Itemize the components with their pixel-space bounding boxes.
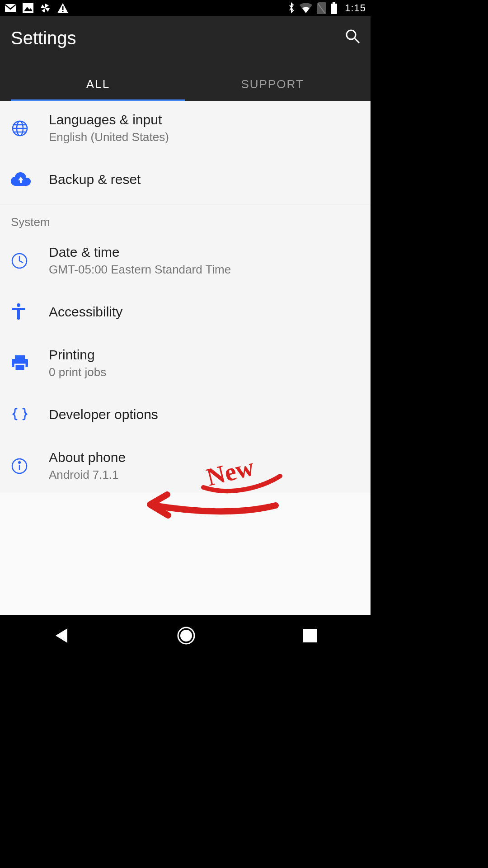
battery-icon bbox=[330, 2, 338, 14]
tab-all[interactable]: ALL bbox=[11, 69, 185, 101]
row-label: Backup & reset bbox=[49, 172, 141, 187]
row-label: Languages & input bbox=[49, 112, 169, 127]
row-sub: English (United States) bbox=[49, 130, 169, 144]
row-about-phone[interactable]: About phone Android 7.1.1 bbox=[0, 439, 371, 493]
svg-line-10 bbox=[355, 38, 359, 43]
recents-button[interactable] bbox=[303, 629, 317, 644]
gmail-icon bbox=[5, 4, 16, 13]
svg-rect-21 bbox=[17, 308, 20, 320]
square-icon bbox=[303, 629, 317, 642]
svg-line-18 bbox=[19, 261, 23, 263]
svg-point-26 bbox=[19, 462, 20, 463]
row-label: Developer options bbox=[49, 407, 158, 422]
status-left bbox=[5, 3, 69, 14]
settings-list[interactable]: Languages & input English (United States… bbox=[0, 101, 371, 493]
toolbar: Settings ALL SUPPORT bbox=[0, 16, 371, 101]
warning-icon bbox=[57, 3, 69, 14]
back-button[interactable] bbox=[54, 627, 69, 646]
svg-rect-22 bbox=[15, 355, 25, 359]
row-label: About phone bbox=[49, 450, 126, 465]
svg-rect-4 bbox=[62, 6, 64, 10]
row-languages-input[interactable]: Languages & input English (United States… bbox=[0, 101, 371, 155]
info-icon bbox=[11, 458, 49, 475]
row-backup-reset[interactable]: Backup & reset bbox=[0, 155, 371, 204]
accessibility-icon bbox=[11, 303, 49, 321]
globe-icon bbox=[11, 119, 49, 137]
svg-rect-5 bbox=[62, 11, 64, 12]
row-accessibility[interactable]: Accessibility bbox=[0, 288, 371, 336]
svg-rect-24 bbox=[15, 364, 25, 371]
wifi-icon bbox=[300, 3, 312, 13]
row-sub: Android 7.1.1 bbox=[49, 468, 126, 482]
printer-icon bbox=[11, 355, 49, 372]
section-system: System bbox=[0, 204, 371, 234]
cloud-upload-icon bbox=[11, 172, 49, 187]
status-bar: 1:15 bbox=[0, 0, 371, 16]
row-date-time[interactable]: Date & time GMT-05:00 Eastern Standard T… bbox=[0, 234, 371, 288]
row-printing[interactable]: Printing 0 print jobs bbox=[0, 336, 371, 390]
svg-point-19 bbox=[17, 303, 20, 307]
page-title: Settings bbox=[11, 28, 360, 48]
clock-icon bbox=[11, 252, 49, 269]
row-sub: GMT-05:00 Eastern Standard Time bbox=[49, 263, 231, 277]
tab-support[interactable]: SUPPORT bbox=[185, 69, 360, 101]
home-button[interactable] bbox=[177, 626, 196, 647]
svg-point-9 bbox=[347, 30, 356, 39]
svg-rect-8 bbox=[331, 4, 337, 14]
navigation-bar bbox=[0, 615, 371, 658]
screen: 1:15 Settings ALL SUPPORT Languages & in… bbox=[0, 0, 371, 658]
photos-icon bbox=[23, 3, 33, 13]
search-icon bbox=[344, 28, 361, 44]
row-developer-options[interactable]: Developer options bbox=[0, 390, 371, 439]
clock-text: 1:15 bbox=[345, 2, 366, 14]
home-icon bbox=[177, 626, 196, 645]
svg-rect-7 bbox=[333, 2, 335, 4]
braces-icon bbox=[11, 407, 49, 422]
tabs: ALL SUPPORT bbox=[11, 69, 360, 101]
row-label: Date & time bbox=[49, 245, 231, 260]
pinwheel-icon bbox=[40, 3, 51, 14]
status-right: 1:15 bbox=[288, 2, 366, 14]
row-label: Printing bbox=[49, 347, 106, 363]
bluetooth-icon bbox=[288, 2, 295, 14]
svg-marker-29 bbox=[56, 628, 67, 643]
row-label: Accessibility bbox=[49, 304, 122, 320]
back-icon bbox=[54, 627, 69, 644]
svg-rect-32 bbox=[303, 629, 317, 642]
no-sim-icon bbox=[317, 2, 326, 14]
row-sub: 0 print jobs bbox=[49, 365, 106, 379]
search-button[interactable] bbox=[344, 28, 361, 46]
svg-point-31 bbox=[180, 630, 192, 642]
